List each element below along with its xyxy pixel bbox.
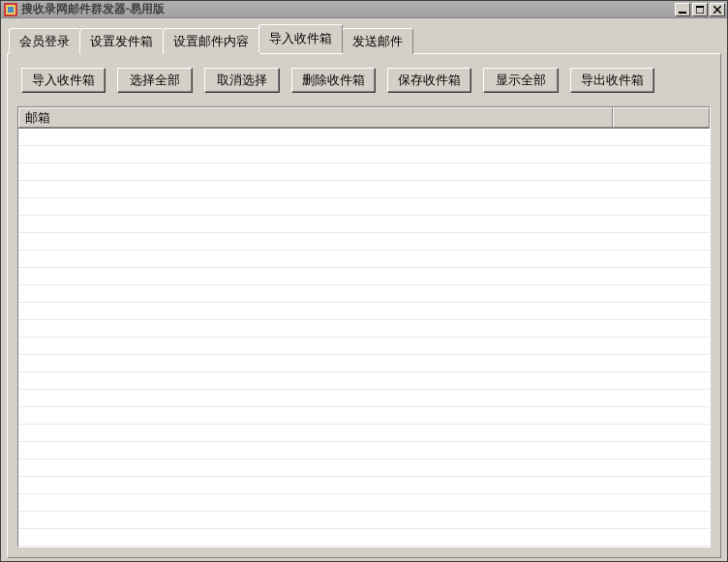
list-row[interactable]: [18, 355, 710, 372]
tab-page-import: 导入收件箱 选择全部 取消选择 删除收件箱 保存收件箱 显示全部 导出收件箱 邮…: [7, 53, 721, 558]
list-row[interactable]: [18, 285, 710, 303]
delete-button[interactable]: 删除收件箱: [291, 68, 376, 93]
list-row[interactable]: [18, 338, 710, 355]
button-label: 导入收件箱: [32, 72, 95, 89]
list-row[interactable]: [18, 129, 710, 146]
list-row[interactable]: [18, 477, 710, 494]
client-area: 会员登录 设置发件箱 设置邮件内容 导入收件箱 发送邮件 导入收件箱 选择全部 …: [1, 18, 727, 562]
tab-strip: 会员登录 设置发件箱 设置邮件内容 导入收件箱 发送邮件: [7, 24, 721, 53]
column-header-email[interactable]: 邮箱: [18, 107, 613, 128]
toolbar: 导入收件箱 选择全部 取消选择 删除收件箱 保存收件箱 显示全部 导出收件箱: [17, 68, 711, 93]
maximize-button[interactable]: [692, 3, 708, 16]
list-row[interactable]: [18, 181, 710, 198]
list-row[interactable]: [18, 198, 710, 216]
tab-label: 设置邮件内容: [173, 34, 249, 48]
select-all-button[interactable]: 选择全部: [117, 68, 193, 93]
list-row[interactable]: [18, 390, 710, 407]
list-row[interactable]: [18, 163, 710, 181]
save-button[interactable]: 保存收件箱: [387, 68, 471, 93]
list-row[interactable]: [18, 146, 710, 163]
tab-send-mail[interactable]: 发送邮件: [342, 28, 413, 54]
list-row[interactable]: [18, 320, 710, 338]
tab-label: 设置发件箱: [90, 34, 153, 48]
list-row[interactable]: [18, 251, 710, 268]
list-row[interactable]: [18, 233, 710, 251]
tab-import-recipients[interactable]: 导入收件箱: [258, 24, 343, 53]
svg-rect-5: [696, 6, 704, 8]
tab-set-content[interactable]: 设置邮件内容: [163, 28, 259, 54]
import-button[interactable]: 导入收件箱: [21, 68, 106, 93]
app-window: 搜收录网邮件群发器-易用版 会员登录 设置发件箱 设置邮件内容 导入收件箱 发送…: [0, 0, 728, 562]
tab-member-login[interactable]: 会员登录: [9, 28, 80, 54]
show-all-button[interactable]: 显示全部: [483, 68, 559, 93]
tab-set-sender[interactable]: 设置发件箱: [79, 28, 164, 54]
button-label: 删除收件箱: [302, 72, 365, 89]
list-row[interactable]: [18, 372, 710, 390]
list-row[interactable]: [18, 425, 710, 442]
tab-label: 会员登录: [19, 34, 70, 48]
list-row[interactable]: [18, 303, 710, 320]
close-button[interactable]: [710, 3, 725, 16]
window-controls: [673, 3, 725, 16]
column-header-2[interactable]: [613, 107, 710, 128]
deselect-button[interactable]: 取消选择: [204, 68, 280, 93]
export-button[interactable]: 导出收件箱: [570, 68, 654, 93]
button-label: 导出收件箱: [581, 72, 644, 89]
list-row[interactable]: [18, 268, 710, 285]
recipients-list[interactable]: 邮箱: [17, 106, 711, 547]
list-row[interactable]: [18, 459, 710, 477]
tab-label: 发送邮件: [352, 34, 403, 48]
list-body: [18, 129, 710, 547]
title-bar: 搜收录网邮件群发器-易用版: [1, 1, 727, 18]
list-row[interactable]: [18, 494, 710, 512]
list-row[interactable]: [18, 407, 710, 425]
svg-rect-3: [679, 12, 686, 14]
button-label: 取消选择: [217, 72, 267, 89]
list-row[interactable]: [18, 512, 710, 529]
button-label: 选择全部: [130, 72, 180, 89]
list-row[interactable]: [18, 442, 710, 459]
button-label: 显示全部: [496, 72, 546, 89]
list-row[interactable]: [18, 529, 710, 547]
window-title: 搜收录网邮件群发器-易用版: [21, 1, 673, 17]
list-row[interactable]: [18, 216, 710, 233]
svg-rect-2: [8, 7, 14, 13]
app-icon: [4, 3, 17, 16]
tab-label: 导入收件箱: [269, 31, 332, 45]
list-header: 邮箱: [18, 107, 710, 129]
minimize-button[interactable]: [675, 3, 690, 16]
button-label: 保存收件箱: [398, 72, 461, 89]
column-label: 邮箱: [25, 109, 50, 127]
